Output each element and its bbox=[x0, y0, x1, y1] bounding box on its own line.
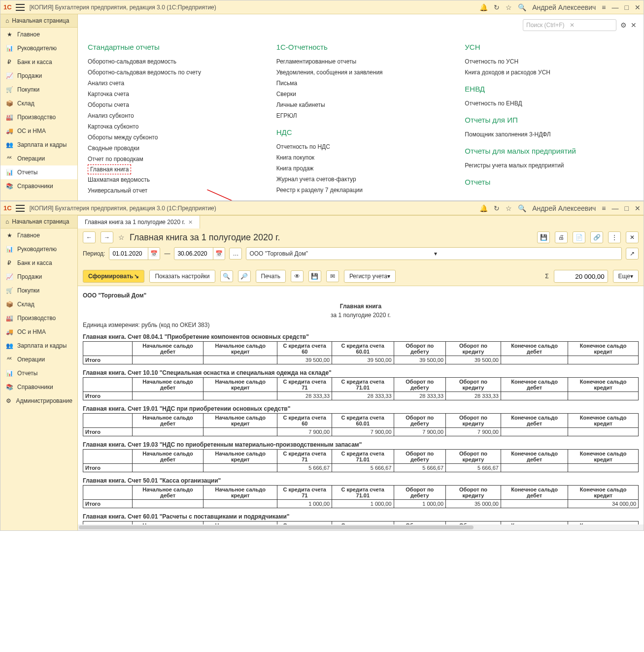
link-icon[interactable]: 🔗 bbox=[590, 231, 603, 243]
print-icon[interactable]: 🖨 bbox=[555, 231, 568, 243]
panel-close-icon[interactable]: ✕ bbox=[631, 21, 637, 29]
nav-item-6[interactable]: 🏭Производство bbox=[0, 110, 77, 124]
nav-item-10[interactable]: 📊Отчеты bbox=[0, 366, 77, 380]
star-icon[interactable]: ☆ bbox=[506, 3, 512, 11]
bell-icon[interactable]: 🔔 bbox=[479, 204, 488, 212]
close-icon[interactable]: ✕ bbox=[635, 204, 641, 212]
report-link[interactable]: Помощник заполнения 3-НДФЛ bbox=[465, 129, 634, 140]
report-link[interactable]: Личные кабинеты bbox=[276, 99, 445, 110]
home-tab[interactable]: ⌂ Начальная страница bbox=[0, 14, 77, 28]
report-link[interactable]: Обороты счета bbox=[88, 99, 257, 110]
report-link[interactable]: Сводные проводки bbox=[88, 143, 257, 154]
zoom-reset-icon[interactable]: 🔎 bbox=[238, 270, 251, 282]
nav-item-0[interactable]: ★Главное bbox=[0, 28, 77, 41]
register-button[interactable]: Регистр учета ▾ bbox=[344, 270, 396, 283]
report-link[interactable]: Карточка субконто bbox=[88, 121, 257, 132]
nav-item-3[interactable]: 📈Продажи bbox=[0, 69, 77, 83]
settings-button[interactable]: Показать настройки bbox=[149, 270, 215, 283]
sum-field[interactable] bbox=[554, 270, 608, 283]
report-link[interactable]: Книга доходов и расходов УСН bbox=[465, 67, 634, 78]
report-link[interactable]: Отчетность по УСН bbox=[465, 56, 634, 67]
search-icon[interactable]: 🔍 bbox=[518, 3, 526, 11]
report-link[interactable]: Отчетность по НДС bbox=[276, 141, 445, 152]
search-clear-icon[interactable]: ✕ bbox=[570, 22, 613, 29]
maximize-icon[interactable]: □ bbox=[625, 3, 629, 11]
close-panel-icon[interactable]: ✕ bbox=[626, 231, 639, 243]
nav-item-7[interactable]: 🚚ОС и НМА bbox=[0, 124, 77, 138]
email-icon[interactable]: ✉ bbox=[326, 270, 339, 282]
report-link[interactable]: Письма bbox=[276, 78, 445, 89]
report-link[interactable]: Шахматная ведомость bbox=[88, 174, 257, 185]
period-ellipsis-button[interactable]: … bbox=[229, 248, 242, 260]
nav-item-2[interactable]: ₽Банк и касса bbox=[0, 55, 77, 69]
close-icon[interactable]: ✕ bbox=[635, 3, 641, 11]
user-name[interactable]: Андрей Алексеевич bbox=[532, 204, 596, 212]
preview-icon[interactable]: 👁 bbox=[291, 270, 304, 282]
report-body[interactable]: ООО "Торговый Дом" Главная книга за 1 по… bbox=[78, 286, 644, 524]
export-icon[interactable]: 📄 bbox=[573, 231, 585, 243]
report-link[interactable]: Обороты между субконто bbox=[88, 132, 257, 143]
nav-item-9[interactable]: ᴬᴷОперации bbox=[0, 353, 77, 366]
fav-star-icon[interactable]: ☆ bbox=[118, 233, 125, 241]
report-link[interactable]: Реестр к разделу 7 декларации bbox=[276, 185, 445, 196]
report-link[interactable]: Отчетность по ЕНВД bbox=[465, 98, 634, 109]
nav-item-5[interactable]: 📦Склад bbox=[0, 297, 77, 311]
org-open-icon[interactable]: ↗ bbox=[626, 248, 639, 260]
nav-item-11[interactable]: 📚Справочники bbox=[0, 179, 77, 193]
nav-fwd-icon[interactable]: → bbox=[101, 231, 113, 243]
date-to-input[interactable] bbox=[174, 250, 213, 257]
form-button[interactable]: Сформировать↘ bbox=[83, 270, 144, 283]
date-to-field[interactable]: 📅 bbox=[174, 247, 225, 260]
disk-save-icon[interactable]: 💾 bbox=[308, 270, 321, 282]
date-from-input[interactable] bbox=[109, 250, 148, 257]
nav-item-admin[interactable]: ⚙Администрирование bbox=[0, 394, 77, 408]
report-link[interactable]: Журнал учета счетов-фактур bbox=[276, 174, 445, 185]
date-from-field[interactable]: 📅 bbox=[109, 247, 160, 260]
search-icon[interactable]: 🔍 bbox=[518, 204, 526, 212]
report-link[interactable]: Уведомления, сообщения и заявления bbox=[276, 67, 445, 78]
more-menu-icon[interactable]: ⋮ bbox=[608, 231, 621, 243]
report-link[interactable]: Книга продаж bbox=[276, 163, 445, 174]
nav-back-icon[interactable]: ← bbox=[83, 231, 96, 243]
nav-item-2[interactable]: ₽Банк и касса bbox=[0, 256, 77, 270]
nav-item-4[interactable]: 🛒Покупки bbox=[0, 284, 77, 297]
history-icon[interactable]: ↻ bbox=[494, 3, 500, 11]
settings-icon[interactable]: ≡ bbox=[602, 204, 606, 212]
report-link[interactable]: Регламентированные отчеты bbox=[276, 56, 445, 67]
org-field[interactable]: ООО "Торговый Дом" ▾ bbox=[246, 247, 622, 260]
report-link[interactable]: Универсальный отчет bbox=[88, 185, 257, 196]
settings-icon[interactable]: ≡ bbox=[602, 3, 606, 11]
settings-gear-icon[interactable]: ⚙ bbox=[620, 21, 627, 29]
nav-item-10[interactable]: 📊Отчеты bbox=[0, 165, 77, 179]
report-link[interactable]: Регистры учета малых предприятий bbox=[465, 160, 634, 171]
scroll-thumb[interactable] bbox=[79, 525, 474, 529]
user-name[interactable]: Андрей Алексеевич bbox=[532, 3, 596, 11]
star-icon[interactable]: ☆ bbox=[506, 204, 512, 212]
report-link[interactable]: Главная книга bbox=[88, 164, 131, 174]
nav-item-6[interactable]: 🏭Производство bbox=[0, 311, 77, 325]
nav-item-5[interactable]: 📦Склад bbox=[0, 97, 77, 110]
report-link[interactable]: Анализ субконто bbox=[88, 110, 257, 121]
nav-item-3[interactable]: 📈Продажи bbox=[0, 270, 77, 284]
report-link[interactable]: Оборотно-сальдовая ведомость bbox=[88, 56, 257, 67]
report-link[interactable]: Сверки bbox=[276, 89, 445, 99]
zoom-in-icon[interactable]: 🔍 bbox=[220, 270, 233, 282]
minimize-icon[interactable]: — bbox=[612, 204, 619, 212]
print-button[interactable]: Печать bbox=[256, 270, 286, 283]
bell-icon[interactable]: 🔔 bbox=[479, 3, 488, 11]
more-button[interactable]: Еще ▾ bbox=[613, 270, 639, 283]
report-link[interactable]: Отчет по проводкам bbox=[88, 154, 257, 164]
horizontal-scrollbar[interactable] bbox=[78, 524, 644, 530]
nav-item-7[interactable]: 🚚ОС и НМА bbox=[0, 325, 77, 339]
nav-item-4[interactable]: 🛒Покупки bbox=[0, 83, 77, 97]
home-tab[interactable]: ⌂ Начальная страница bbox=[0, 215, 77, 228]
nav-item-8[interactable]: 👥Зарплата и кадры bbox=[0, 339, 77, 353]
report-link[interactable]: Книга покупок bbox=[276, 152, 445, 163]
burger-icon[interactable] bbox=[16, 205, 25, 212]
nav-item-11[interactable]: 📚Справочники bbox=[0, 380, 77, 394]
dropdown-icon[interactable]: ▾ bbox=[434, 250, 618, 257]
report-link[interactable]: ЕГРЮЛ bbox=[276, 110, 445, 121]
report-link[interactable]: Анализ счета bbox=[88, 78, 257, 89]
burger-icon[interactable] bbox=[16, 4, 25, 11]
minimize-icon[interactable]: — bbox=[612, 3, 619, 11]
